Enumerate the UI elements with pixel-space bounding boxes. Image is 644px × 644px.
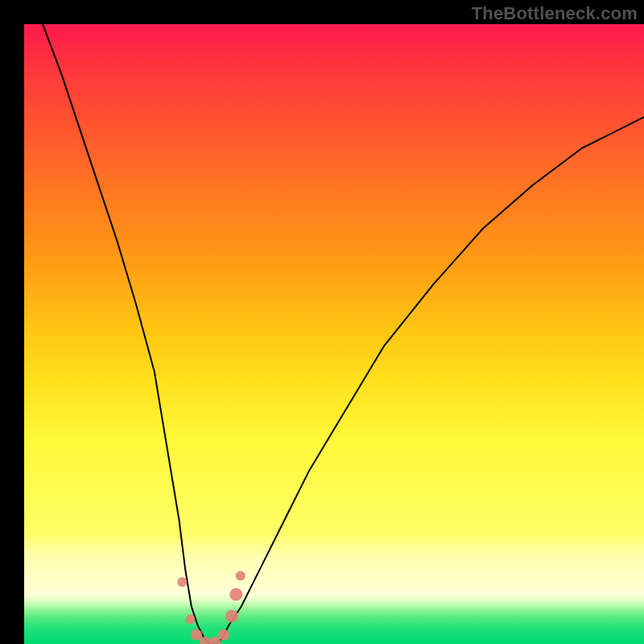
- attribution-label: TheBottleneck.com: [472, 3, 638, 24]
- curve-marker: [236, 571, 246, 580]
- curve-marker: [191, 630, 202, 641]
- bottleneck-curve: [43, 24, 644, 644]
- curve-marker: [225, 609, 238, 622]
- curve-marker: [229, 588, 242, 601]
- plot-area: [24, 24, 644, 644]
- bottleneck-curve-svg: [24, 24, 644, 644]
- curve-marker: [177, 577, 187, 587]
- curve-marker: [218, 630, 229, 641]
- chart-frame: TheBottleneck.com: [0, 0, 644, 644]
- curve-marker: [185, 614, 195, 624]
